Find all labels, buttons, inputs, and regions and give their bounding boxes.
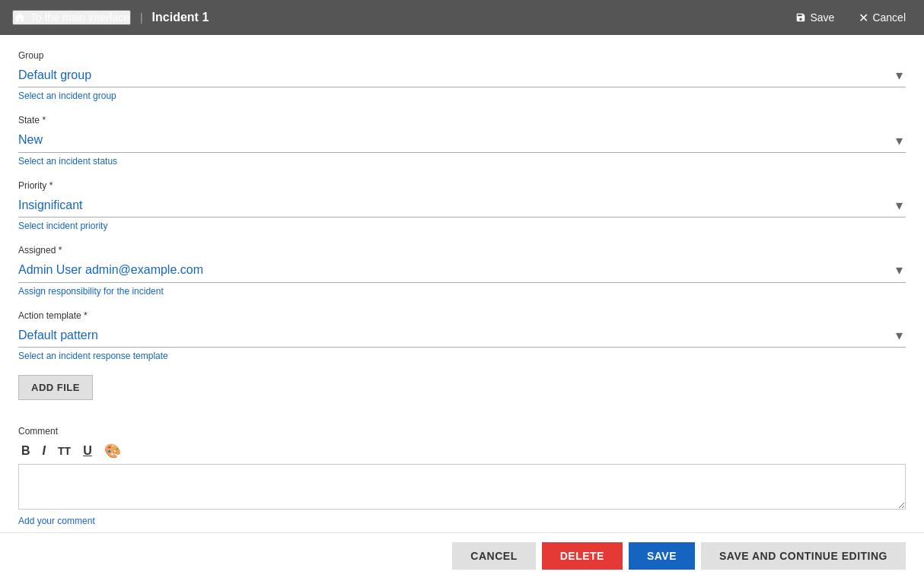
priority-label: Priority * [18,180,906,191]
state-select[interactable]: New ▾ [18,129,906,152]
italic-button[interactable]: I [40,443,49,459]
assigned-label: Assigned * [18,245,906,256]
state-hint: Select an incident status [18,156,906,167]
priority-value: Insignificant [18,198,83,211]
comment-field: Comment B I TT U 🎨 Add your comment [18,426,906,526]
home-button[interactable]: To the main interface [12,10,131,25]
save-icon [795,12,806,23]
assigned-field: Assigned * Admin User admin@example.com … [18,245,906,296]
priority-required-marker: * [49,180,53,191]
state-required-marker: * [42,115,46,125]
comment-label: Comment [18,426,906,437]
action-template-required-marker: * [84,310,88,321]
header: To the main interface | Incident 1 Save … [0,0,924,35]
group-label: Group [18,50,906,61]
main-content: Group Default group ▾ Select an incident… [0,35,924,578]
comment-toolbar: B I TT U 🎨 [18,441,906,461]
chevron-down-icon: ▾ [896,67,903,84]
priority-hint: Select incident priority [18,221,906,231]
footer-actions: CANCEL DELETE SAVE SAVE AND CONTINUE EDI… [0,532,924,578]
action-template-field: Action template * Default pattern ▾ Sele… [18,310,906,361]
state-field: State * New ▾ Select an incident status [18,115,906,166]
assigned-required-marker: * [59,245,62,256]
header-right: Save ✕ Cancel [789,8,912,28]
delete-button[interactable]: DELETE [542,542,623,570]
chevron-down-icon: ▾ [896,197,903,214]
group-hint: Select an incident group [18,91,906,101]
add-file-button[interactable]: ADD FILE [18,375,93,400]
page-title: Incident 1 [152,11,209,24]
action-template-hint: Select an incident response template [18,351,906,361]
priority-field: Priority * Insignificant ▾ Select incide… [18,180,906,231]
assigned-value: Admin User admin@example.com [18,263,203,276]
action-template-label: Action template * [18,310,906,321]
chevron-down-icon: ▾ [896,132,903,149]
color-button[interactable]: 🎨 [101,441,124,461]
header-cancel-label: Cancel [872,11,906,24]
add-file-field: ADD FILE [18,375,906,412]
group-select[interactable]: Default group ▾ [18,64,906,87]
bold-button[interactable]: B [18,443,33,459]
assigned-select[interactable]: Admin User admin@example.com ▾ [18,259,906,282]
chevron-down-icon: ▾ [896,262,903,278]
breadcrumb-separator: | [140,11,143,24]
group-value: Default group [18,68,91,81]
home-icon [14,11,26,24]
home-label: To the main interface [30,11,129,24]
priority-select[interactable]: Insignificant ▾ [18,194,906,218]
assigned-hint: Assign responsibility for the incident [18,286,906,297]
action-template-value: Default pattern [18,329,98,341]
font-size-button[interactable]: TT [55,443,74,459]
save-and-continue-button[interactable]: SAVE AND CONTINUE EDITING [701,542,906,570]
underline-button[interactable]: U [80,443,95,459]
save-button[interactable]: SAVE [629,542,695,570]
header-save-label: Save [810,11,834,24]
chevron-down-icon: ▾ [896,327,903,344]
header-cancel-button[interactable]: ✕ Cancel [852,8,912,28]
header-left: To the main interface | Incident 1 [12,10,209,25]
cancel-button[interactable]: CANCEL [452,542,535,570]
group-field: Group Default group ▾ Select an incident… [18,50,906,101]
state-value: New [18,133,43,146]
action-template-select[interactable]: Default pattern ▾ [18,324,906,348]
state-label: State * [18,115,906,125]
comment-input[interactable] [18,464,906,510]
close-icon: ✕ [859,11,868,25]
comment-hint: Add your comment [18,516,906,526]
header-save-button[interactable]: Save [789,8,840,27]
